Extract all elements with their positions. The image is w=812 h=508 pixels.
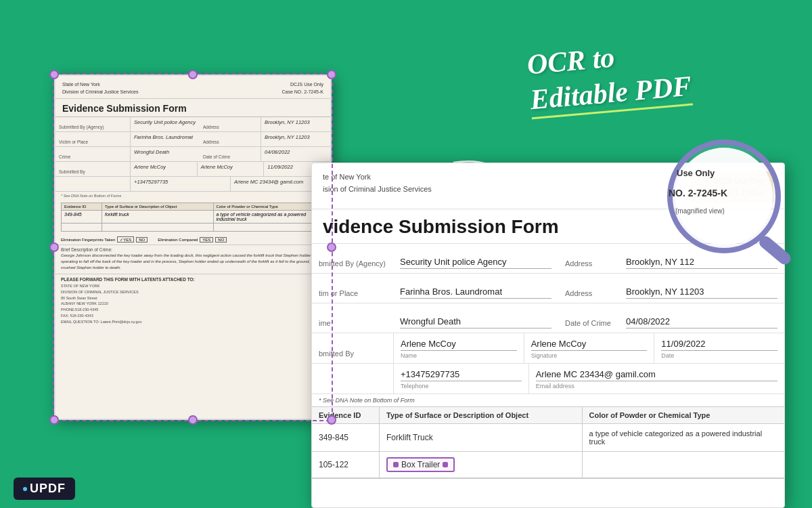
edit-dna-note: * See DNA Note on Bottom of Form — [312, 394, 784, 406]
edit-signature-sub: Signature — [531, 352, 648, 359]
scan-header-right: DCJS Use Only Case NO. 2-7245-K — [282, 81, 323, 96]
svg-text:NO. 2-7245-K: NO. 2-7245-K — [669, 188, 727, 198]
scan-evidence-table: Evidence ID Type of Surface or Descripti… — [61, 203, 325, 232]
edit-sign-name: Arlene McCoy Name — [393, 333, 524, 363]
scan-th-color: Color of Powder or Chemical Type — [214, 203, 325, 210]
edit-value-crime: Wrongful Death — [393, 303, 558, 333]
scan-checks: Elimination Fingerprints Taken ✓YES NO E… — [55, 234, 330, 245]
scan-td-color: a type of vehicle categorized as a power… — [214, 211, 325, 223]
scan-label-victim: Victim or Place — [55, 132, 130, 146]
scan-label-crime: Crime — [55, 147, 130, 161]
scan-forward-address: STATE OF NEW YORK DIVISION OF CRIMINAL J… — [55, 283, 330, 328]
edit-contact-row: +13475297735 Telephone Arlene MC 23434@ … — [312, 364, 784, 394]
edit-date-sub: Date — [661, 352, 777, 359]
edit-email-text: Arlene MC 23434@ gamil.com — [536, 368, 777, 381]
scan-table-row-1: 349-845 forklift truck a type of vehicle… — [62, 210, 324, 223]
edit-row-crime: ime Wrongful Death Date of Crime 04/08/2… — [312, 303, 784, 333]
scan-label-address1: Address — [200, 117, 261, 131]
edit-date-text: 04/08/2022 — [626, 315, 777, 329]
edit-telephone-sub: Telephone — [401, 383, 522, 389]
edit-sign-row: bmitted By Arlene McCoy Name Arlene McCo… — [312, 333, 784, 364]
edit-sign-date: 11/09/2022 Date — [654, 333, 784, 363]
scan-value-submitted: Security Unit police Agency — [130, 117, 200, 131]
scan-th-type: Type of Surface or Description of Object — [102, 203, 214, 210]
scan-desc-label: Brief Description of Crime: — [55, 245, 330, 253]
ev-td-type-2: Box Trailer — [380, 452, 583, 478]
edit-email-sub: Email address — [536, 383, 777, 389]
scan-doc-header: State of New York Division of Criminal J… — [55, 76, 330, 99]
edit-mid-label-date: Date of Crime — [558, 303, 619, 333]
edit-header-left: te of New York ision of Criminal Justice… — [323, 171, 432, 203]
edit-value-submitted: Security Unit police Agency — [393, 244, 558, 273]
scan-yes-check: ✓YES — [117, 236, 134, 242]
scanned-document: State of New York Division of Criminal J… — [54, 75, 332, 420]
edit-address2-text: Brooklyn, NY 11203 — [626, 285, 777, 299]
edit-mid-label-address2: Address — [558, 274, 619, 303]
scan-value-address1: Brooklyn, NY 11203 — [261, 117, 330, 131]
ev-th-id: Evidence ID — [312, 407, 380, 423]
scan-check-compared: Elimination Compared YES NO — [158, 236, 227, 242]
scan-td-type2 — [102, 224, 214, 231]
box-trailer-text: Box Trailer — [401, 460, 440, 469]
scan-value-crime: Wrongful Death — [130, 147, 200, 161]
scan-no-check2: NO — [215, 237, 227, 242]
edit-submitted-text: Security Unit police Agency — [400, 255, 551, 269]
edit-contact-empty — [312, 364, 393, 394]
edit-crime-text: Wrongful Death — [400, 315, 551, 329]
evidence-row-2: 105-122 Box Trailer — [312, 452, 784, 478]
edit-sign-signature: Arlene McCoy Signature — [524, 333, 654, 363]
ev-td-color-2 — [583, 452, 785, 478]
edit-name-sub: Name — [401, 352, 517, 359]
edit-division-text: ision of Criminal Justice Services — [323, 184, 432, 196]
ev-td-id-1: 349-845 — [312, 424, 380, 451]
ev-th-color: Color of Powder or Chemical Type — [583, 407, 785, 423]
drag-handle-left[interactable] — [393, 462, 399, 467]
scan-row-submitted: Submitted By (Agency) Security Unit poli… — [55, 117, 330, 132]
scan-doc-title: Evidence Submission Form — [55, 99, 330, 117]
edit-telephone-cell: +13475297735 Telephone — [393, 364, 528, 394]
scan-yes-check2: YES — [200, 237, 213, 242]
scan-value-signature: Arlene McCoy — [197, 162, 264, 176]
scan-label-submittedby: Submitted By — [55, 162, 130, 176]
scan-row-victim: Victim or Place Farinha Bros. Laundromat… — [55, 132, 330, 147]
edit-label-crime: ime — [312, 303, 393, 333]
edit-mid-label-address1: Address — [558, 244, 619, 273]
updf-logo: UPDF — [14, 478, 75, 500]
scan-forward-label: PLEASE FORWARD THIS FORM WITH LATENTS AT… — [55, 274, 330, 283]
edit-telephone-text: +13475297735 — [401, 368, 522, 381]
box-trailer-highlight: Box Trailer — [386, 457, 455, 472]
scan-row-crime: Crime Wrongful Death Date of Crime 04/08… — [55, 147, 330, 162]
scan-desc-text: George Johnson disconnected the key load… — [55, 253, 330, 274]
scan-th-id: Evidence ID — [62, 203, 102, 210]
scan-td-color2 — [214, 224, 325, 231]
scan-value-submittedby: Arlene McCoy — [130, 162, 197, 176]
scan-header-left: State of New York Division of Criminal J… — [62, 81, 138, 96]
scan-value-address2: Brooklyn, NY 11203 — [261, 132, 330, 146]
scan-value-victim: Farinha Bros. Laundromat — [130, 132, 200, 146]
edit-name-text: Arlene McCoy — [401, 337, 517, 351]
scan-label-date: Date of Crime — [200, 147, 261, 161]
scan-no-check: NO — [136, 237, 148, 242]
edit-sign-date-text: 11/09/2022 — [661, 337, 777, 351]
scan-label-address2: Address — [200, 132, 261, 146]
scan-row-contact: +13475297735 Arlene MC 23434@ gamil.com — [55, 177, 330, 192]
edit-evidence-header: Evidence ID Type of Surface or Descripti… — [312, 407, 784, 424]
scan-label-submitted: Submitted By (Agency) — [55, 117, 130, 131]
ev-td-color-1: a type of vehicle categorized as a power… — [583, 424, 785, 451]
magnifier-icon: Use Only NO. 2-7245-K (magnified view) — [663, 135, 798, 271]
edit-right-date: 04/08/2022 — [619, 303, 784, 333]
edit-label-victim: tim or Place — [312, 274, 393, 303]
edit-row-victim: tim or Place Farinha Bros. Laundromat Ad… — [312, 274, 784, 303]
ocr-title-text: OCR to Editable PDF — [526, 34, 693, 119]
scan-td-id2 — [62, 224, 102, 231]
edit-label-submitted: bmitted By (Agency) — [312, 244, 393, 273]
edit-email-cell: Arlene MC 23434@ gamil.com Email address — [528, 364, 784, 394]
drag-handle-right[interactable] — [443, 462, 448, 467]
updf-logo-dot — [23, 487, 27, 491]
scan-td-id: 349-845 — [62, 211, 102, 223]
scan-value-date: 04/08/2022 — [261, 147, 330, 161]
scan-row-submittedby: Submitted By Arlene McCoy Arlene McCoy 1… — [55, 162, 330, 177]
edit-signature-text: Arlene McCoy — [531, 337, 648, 351]
svg-text:(magnified view): (magnified view) — [675, 207, 725, 215]
edit-victim-text: Farinha Bros. Laundromat — [400, 285, 551, 299]
